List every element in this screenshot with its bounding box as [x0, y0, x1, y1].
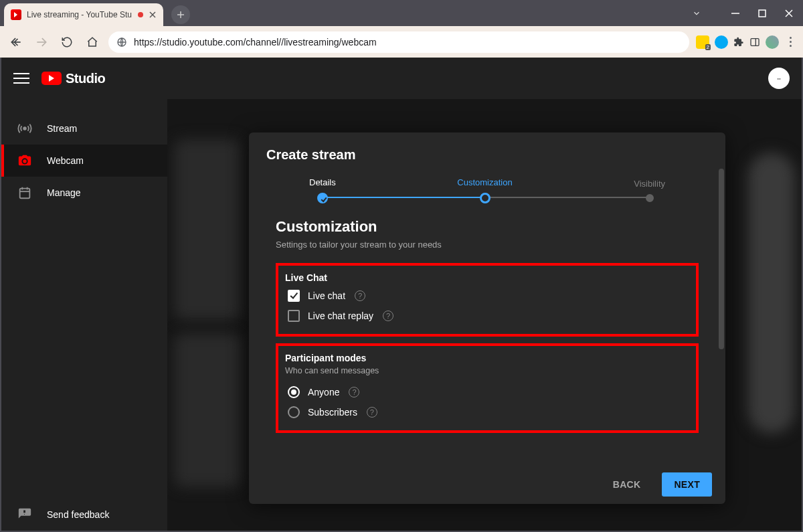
url-text: https://studio.youtube.com/channel//live… [134, 37, 681, 48]
option-label: Subscribers [308, 407, 357, 418]
window-close-icon[interactable] [784, 9, 794, 18]
reload-button[interactable] [58, 33, 76, 52]
back-button[interactable] [7, 33, 25, 52]
create-stream-dialog: Create stream Details Customization Visi… [249, 132, 725, 504]
new-tab-button[interactable] [171, 5, 190, 24]
step-current-icon [480, 193, 490, 203]
scrollbar-thumb[interactable] [719, 169, 724, 349]
svg-point-14 [23, 127, 26, 130]
group-title: Live Chat [285, 272, 689, 283]
back-button[interactable]: BACK [601, 472, 653, 497]
checkbox-unchecked-icon[interactable] [288, 310, 300, 322]
side-panel-icon[interactable] [749, 37, 760, 48]
option-label: Live chat replay [308, 311, 373, 321]
extension-icons [696, 35, 796, 49]
help-icon[interactable]: ? [383, 311, 393, 321]
group-title: Participant modes [285, 353, 689, 363]
studio-wordmark: Studio [66, 71, 105, 86]
tab-title: Live streaming - YouTube Stu [27, 10, 132, 19]
sidebar-item-stream[interactable]: Stream [1, 112, 167, 145]
step-customization[interactable]: Customization [457, 177, 512, 203]
recording-dot-icon [138, 12, 143, 17]
app-header: Studio •• [1, 58, 802, 99]
stream-icon [17, 121, 32, 136]
step-label: Details [309, 177, 336, 187]
dialog-title: Create stream [249, 132, 725, 173]
sidebar-item-label: Stream [47, 123, 77, 134]
browser-menu-button[interactable] [784, 36, 796, 48]
account-avatar[interactable]: •• [768, 68, 790, 89]
window-minimize-icon[interactable] [731, 9, 740, 18]
menu-button[interactable] [13, 70, 29, 86]
next-button[interactable]: NEXT [662, 472, 712, 497]
option-label: Live chat [308, 290, 345, 301]
tab-close-button[interactable] [149, 11, 157, 19]
site-info-icon[interactable] [116, 37, 127, 48]
browser-toolbar: https://studio.youtube.com/channel//live… [0, 26, 803, 58]
sidebar-item-webcam[interactable]: Webcam [1, 145, 167, 177]
option-subscribers[interactable]: Subscribers ? [285, 402, 689, 422]
tab-strip: Live streaming - YouTube Stu [4, 3, 190, 26]
sidebar-item-manage[interactable]: Manage [1, 177, 167, 209]
home-button[interactable] [83, 33, 102, 52]
live-chat-group: Live Chat Live chat ? Live chat replay ? [276, 263, 699, 337]
browser-tab[interactable]: Live streaming - YouTube Stu [4, 3, 163, 26]
checkbox-checked-icon[interactable] [288, 290, 300, 302]
sidebar-item-label: Webcam [47, 155, 84, 166]
dialog-body: Customization Settings to tailor your st… [249, 203, 725, 465]
sidebar-item-feedback[interactable]: Send feedback [1, 499, 167, 531]
radio-unselected-icon[interactable] [288, 406, 300, 418]
option-live-chat-replay[interactable]: Live chat replay ? [285, 306, 689, 326]
section-title: Customization [276, 218, 699, 236]
group-subtitle: Who can send messages [285, 366, 689, 375]
address-bar[interactable]: https://studio.youtube.com/channel//live… [108, 31, 689, 53]
extension-icon[interactable] [696, 35, 709, 49]
svg-rect-12 [751, 38, 759, 46]
camera-icon [17, 153, 32, 168]
option-live-chat[interactable]: Live chat ? [285, 286, 689, 306]
help-icon[interactable]: ? [349, 387, 359, 397]
dialog-footer: BACK NEXT [249, 465, 725, 504]
extensions-puzzle-icon[interactable] [733, 37, 744, 48]
sidebar-item-label: Send feedback [47, 509, 109, 520]
window-maximize-icon[interactable] [757, 9, 767, 18]
profile-avatar-small[interactable] [766, 35, 779, 49]
option-label: Anyone [308, 387, 339, 397]
youtube-play-icon [41, 72, 62, 85]
help-icon[interactable]: ? [355, 290, 365, 301]
calendar-icon [17, 185, 32, 200]
help-icon[interactable]: ? [367, 407, 377, 418]
step-upcoming-icon [646, 194, 654, 202]
content-area: Create stream Details Customization Visi… [167, 99, 802, 531]
svg-rect-1 [759, 10, 766, 17]
option-anyone[interactable]: Anyone ? [285, 382, 689, 402]
section-subtitle: Settings to tailor your stream to your n… [276, 240, 699, 250]
sidebar: Stream Webcam Manage Send feedback [1, 99, 167, 531]
sidebar-item-label: Manage [47, 187, 81, 198]
youtube-favicon-icon [11, 9, 21, 20]
step-done-icon [317, 193, 328, 203]
step-label: Visibility [634, 179, 665, 189]
step-label: Customization [457, 177, 512, 187]
youtube-studio-app: Studio •• Stream Webcam Mana [1, 58, 802, 531]
participant-modes-group: Participant modes Who can send messages … [276, 343, 699, 433]
forward-button[interactable] [32, 33, 51, 52]
step-visibility[interactable]: Visibility [634, 179, 665, 202]
extension-icon[interactable] [715, 35, 728, 49]
feedback-icon [17, 507, 32, 522]
step-details[interactable]: Details [309, 177, 336, 203]
studio-logo[interactable]: Studio [41, 71, 105, 86]
radio-selected-icon[interactable] [288, 386, 300, 398]
stepper: Details Customization Visibility [249, 177, 725, 203]
chevron-down-icon[interactable] [692, 9, 701, 18]
svg-rect-15 [20, 189, 30, 199]
